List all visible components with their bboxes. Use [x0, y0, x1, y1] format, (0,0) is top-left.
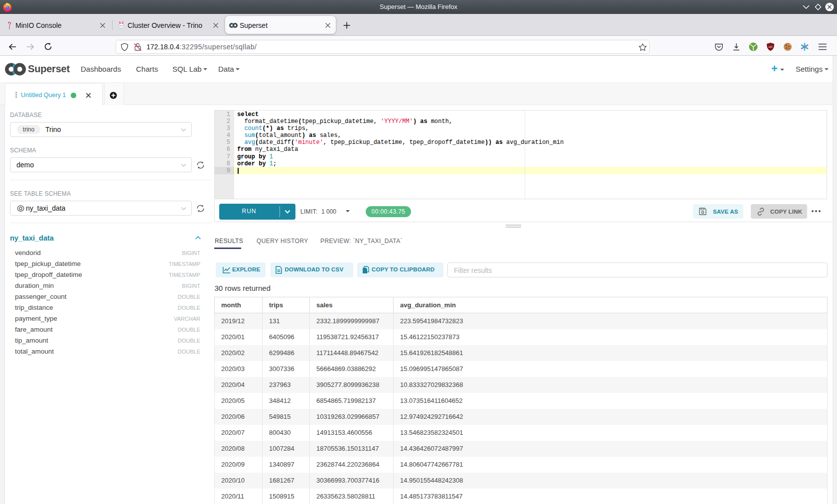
- svg-text:uO: uO: [768, 45, 772, 48]
